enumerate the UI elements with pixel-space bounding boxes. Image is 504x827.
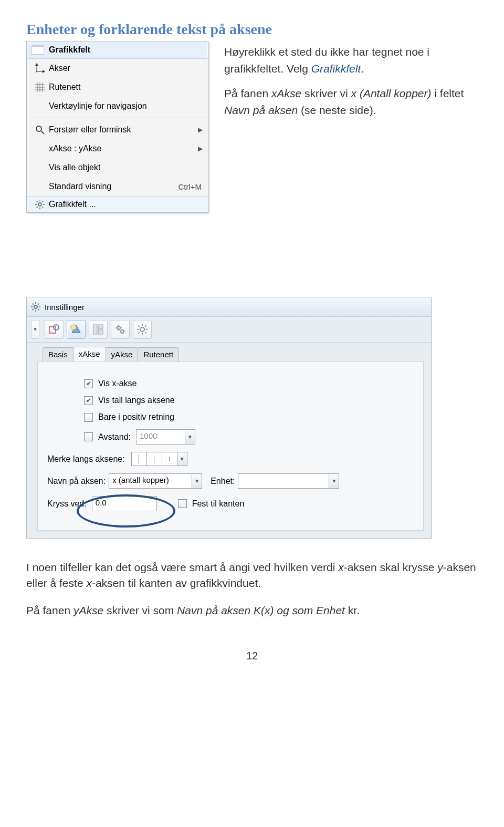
text: -aksen til kanten av grafikkvinduet. xyxy=(92,577,261,589)
svg-point-39 xyxy=(117,326,120,329)
toolbar-dropdown-arrow[interactable]: ▼ xyxy=(31,320,39,339)
menu-item-grafikkfelt-more[interactable]: Grafikkfelt ... xyxy=(27,196,208,212)
menu-separator xyxy=(27,118,208,118)
section-heading: Enheter og forklarende tekst på aksene xyxy=(26,21,478,38)
menu-label: Vis alle objekt xyxy=(49,163,204,172)
grid-icon xyxy=(31,82,49,92)
italic-text: y xyxy=(437,561,443,573)
text: -aksen skal krysse xyxy=(344,561,438,573)
italic-text: ) og som xyxy=(270,604,317,616)
italic-text: x xyxy=(338,561,344,573)
unit-input[interactable] xyxy=(238,473,329,489)
checkbox-fest-kanten[interactable] xyxy=(178,499,187,508)
svg-line-30 xyxy=(38,304,39,305)
svg-point-23 xyxy=(34,305,37,308)
magnifier-icon xyxy=(31,125,49,135)
tab-rutenett[interactable]: Rutenett xyxy=(138,347,179,362)
svg-line-20 xyxy=(42,206,43,208)
checkbox-label: Fest til kanten xyxy=(192,499,245,509)
svg-line-31 xyxy=(33,309,34,310)
axis-name-input[interactable]: x (antall kopper) xyxy=(109,473,192,489)
svg-rect-38 xyxy=(98,330,103,334)
menu-item-grid[interactable]: Rutenett xyxy=(27,78,208,97)
text: (se neste side). xyxy=(298,104,376,116)
svg-line-19 xyxy=(37,201,38,202)
checkbox-avstand[interactable] xyxy=(84,432,93,441)
text: . xyxy=(361,63,364,75)
menu-item-navbar[interactable]: Verktøylinje for navigasjon xyxy=(27,97,208,116)
window-icon xyxy=(31,45,45,55)
toolbar-btn-advanced[interactable] xyxy=(133,320,152,339)
tick-option-3[interactable] xyxy=(162,452,177,466)
checkbox-label: Bare i positiv retning xyxy=(98,412,174,422)
italic-text: x (Antall kopper) xyxy=(351,87,432,99)
svg-point-40 xyxy=(121,330,124,333)
checkbox-label: Vis x-akse xyxy=(98,379,137,388)
text: i feltet xyxy=(432,87,464,99)
gear-icon xyxy=(31,200,49,209)
menu-label: Rutenett xyxy=(49,82,204,92)
text: På fanen xyxy=(224,87,271,99)
svg-line-28 xyxy=(33,304,34,305)
page-number: 12 xyxy=(26,650,478,662)
svg-rect-36 xyxy=(93,325,97,334)
toolbar-btn-graphics[interactable] xyxy=(67,320,86,339)
field-label: Kryss ved: xyxy=(47,499,87,509)
text: I noen tilfeller kan det også være smart… xyxy=(26,561,338,573)
dropdown-arrow-icon[interactable]: ▼ xyxy=(329,473,339,489)
svg-line-52 xyxy=(145,326,146,327)
intro-paragraphs: Høyreklikk et sted du ikke har tegnet no… xyxy=(224,41,478,118)
avstand-input[interactable]: 1000 xyxy=(136,429,185,444)
svg-point-35 xyxy=(71,325,76,330)
shortcut-text: Ctrl+M xyxy=(178,182,204,191)
dropdown-arrow-icon[interactable]: ▼ xyxy=(185,429,195,444)
italic-text: xAkse xyxy=(271,87,301,99)
text: På fanen xyxy=(26,604,74,616)
menu-item-axes[interactable]: Akser xyxy=(27,59,208,78)
tab-basis[interactable]: Basis xyxy=(43,347,74,362)
field-label: Enhet: xyxy=(211,477,235,486)
submenu-arrow-icon: ▶ xyxy=(198,145,204,152)
checkbox-vis-x-akse[interactable] xyxy=(84,379,93,388)
italic-text: x xyxy=(265,604,270,616)
dropdown-arrow-icon[interactable]: ▼ xyxy=(192,473,202,489)
submenu-arrow-icon: ▶ xyxy=(198,126,204,133)
text: kr. xyxy=(345,604,360,616)
svg-line-53 xyxy=(139,332,140,333)
field-label: Merke langs aksene: xyxy=(47,454,125,464)
text: skriver vi xyxy=(301,87,351,99)
menu-item-xyaxes[interactable]: xAkse : yAkse ▶ xyxy=(27,139,208,158)
menu-label: Verktøylinje for navigasjon xyxy=(49,101,204,111)
menu-label: xAkse : yAkse xyxy=(49,144,198,153)
menu-label: Forstørr eller forminsk xyxy=(49,125,198,135)
svg-rect-1 xyxy=(32,45,44,47)
kryss-input[interactable]: 0.0 xyxy=(92,496,157,511)
text: skriver vi som xyxy=(103,604,177,616)
italic-text: yAkse xyxy=(74,604,103,616)
context-menu-header: Grafikkfelt xyxy=(27,42,208,59)
toolbar-btn-settings[interactable] xyxy=(111,320,130,339)
dropdown-arrow-icon[interactable]: ▼ xyxy=(177,452,187,466)
tab-xakse[interactable]: xAkse xyxy=(73,347,106,361)
menu-item-stdview[interactable]: Standard visning Ctrl+M xyxy=(27,177,208,196)
toolbar-btn-layout[interactable] xyxy=(89,320,108,339)
menu-item-zoom[interactable]: Forstørr eller forminsk ▶ xyxy=(27,120,208,139)
checkbox-label: Vis tall langs aksene xyxy=(98,396,175,405)
checkbox-pos-retning[interactable] xyxy=(84,413,93,422)
svg-point-12 xyxy=(36,126,41,131)
body-paragraph-1: I noen tilfeller kan det også være smart… xyxy=(26,560,478,592)
tab-yakse[interactable]: yAkse xyxy=(106,347,139,362)
dialog-toolbar: ▼ xyxy=(27,317,431,343)
link-text: Grafikkfelt xyxy=(311,63,361,75)
dialog-panel: Vis x-akse Vis tall langs aksene Bare i … xyxy=(37,361,424,531)
checkbox-vis-tall[interactable] xyxy=(84,396,93,405)
tick-option-2[interactable] xyxy=(146,452,162,466)
body-paragraph-2: På fanen yAkse skriver vi som Navn på ak… xyxy=(26,603,478,618)
context-menu-title: Grafikkfelt xyxy=(49,45,90,55)
menu-item-showall[interactable]: Vis alle objekt xyxy=(27,158,208,177)
toolbar-btn-objects[interactable] xyxy=(45,320,64,339)
dialog-tabs: Basis xAkse yAkse Rutenett xyxy=(27,343,431,361)
svg-marker-4 xyxy=(35,63,38,66)
tick-option-1[interactable] xyxy=(131,452,147,466)
svg-line-51 xyxy=(145,332,146,333)
